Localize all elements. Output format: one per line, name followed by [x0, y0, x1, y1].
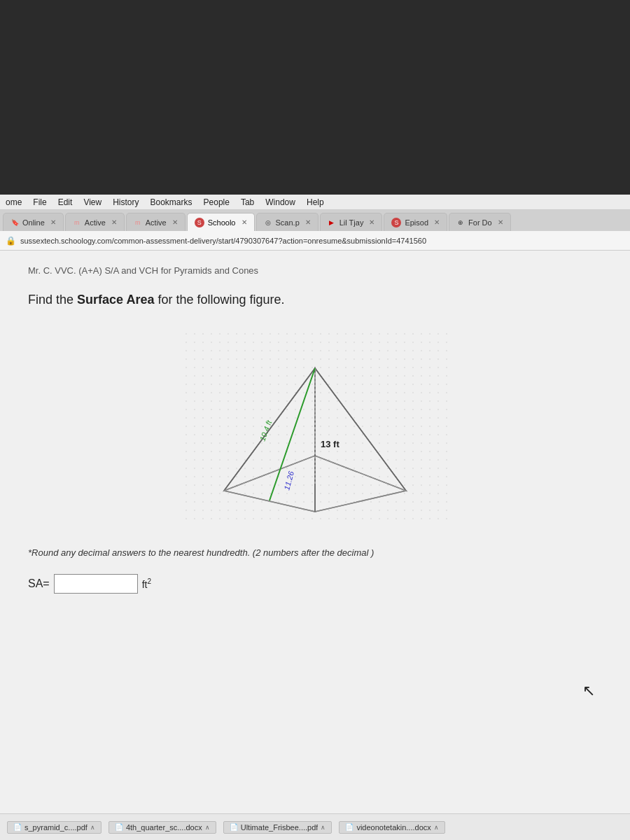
tab-label-scan: Scan.p: [276, 218, 300, 227]
menu-edit[interactable]: Edit: [58, 197, 73, 207]
tab-icon-online: 🔖: [10, 218, 19, 227]
lock-icon: 🔒: [6, 236, 16, 246]
tab-episode[interactable]: S Episod ✕: [384, 213, 447, 231]
tab-bar: 🔖 Online ✕ m Active ✕ m Active ✕ S Schoo…: [0, 210, 630, 231]
pyramid-svg: 10.4 ft 13 ft 11.26: [182, 330, 448, 526]
tab-fordoc[interactable]: ⊕ For Do ✕: [449, 213, 511, 231]
address-url[interactable]: sussextech.schoology.com/common-assessme…: [20, 237, 624, 245]
tab-close-schoology[interactable]: ✕: [241, 218, 247, 226]
docx-icon-1: 📄: [115, 823, 123, 831]
cutoff-text: Mr. C. VVC. (A+A) S/A and VCH for Pyrami…: [28, 265, 602, 277]
menu-home[interactable]: ome: [6, 197, 22, 207]
tab-label-online: Online: [22, 218, 45, 227]
cursor-arrow: ↖: [582, 682, 595, 700]
menu-people[interactable]: People: [204, 197, 230, 207]
address-bar: 🔒 sussextech.schoology.com/common-assess…: [0, 231, 630, 251]
figure-area: 10.4 ft 13 ft 11.26: [28, 330, 602, 526]
taskbar-caret-0[interactable]: ∧: [90, 824, 95, 831]
taskbar: 📄 s_pyramid_c....pdf ∧ 📄 4th_quarter_sc.…: [0, 813, 630, 840]
sa-unit: ft2: [142, 578, 151, 590]
taskbar-item-2[interactable]: 📄 Ultimate_Frisbee....pdf ∧: [223, 821, 332, 834]
tab-label-active1: Active: [85, 218, 106, 227]
tab-close-fordoc[interactable]: ✕: [498, 218, 503, 226]
tab-close-scan[interactable]: ✕: [305, 218, 311, 226]
taskbar-label-3: videonotetakin....docx: [356, 823, 430, 832]
pdf-icon-0: 📄: [13, 823, 22, 831]
taskbar-item-0[interactable]: 📄 s_pyramid_c....pdf ∧: [7, 821, 102, 834]
tab-icon-episode: S: [391, 218, 401, 227]
tab-label-fordoc: For Do: [468, 218, 492, 227]
tab-close-liltjay[interactable]: ✕: [369, 218, 374, 226]
question-text: Find the Surface Area for the following …: [28, 291, 602, 309]
menu-bar: ome File Edit View History Bookmarks Peo…: [0, 195, 630, 210]
tab-close-active1[interactable]: ✕: [111, 218, 117, 226]
menu-tab[interactable]: Tab: [241, 197, 254, 207]
round-note: *Round any decimal answers to the neares…: [28, 547, 602, 559]
tab-online[interactable]: 🔖 Online ✕: [3, 213, 64, 231]
tab-close-active2[interactable]: ✕: [172, 218, 178, 226]
taskbar-caret-1[interactable]: ∧: [205, 824, 210, 831]
tab-schoology[interactable]: S Schoolo ✕: [187, 213, 255, 231]
taskbar-item-1[interactable]: 📄 4th_quarter_sc....docx ∧: [108, 821, 216, 834]
taskbar-item-3[interactable]: 📄 videonotetakin....docx ∧: [339, 821, 444, 834]
taskbar-label-2: Ultimate_Frisbee....pdf: [241, 823, 318, 832]
tab-active-1[interactable]: m Active ✕: [65, 213, 125, 231]
tab-liltjay[interactable]: ▶ Lil Tjay ✕: [320, 213, 383, 231]
sa-label: SA=: [28, 578, 50, 590]
taskbar-caret-2[interactable]: ∧: [321, 824, 326, 831]
sa-row: SA= ft2: [28, 574, 602, 594]
tab-label-active2: Active: [146, 218, 167, 227]
taskbar-caret-3[interactable]: ∧: [434, 824, 439, 831]
menu-view[interactable]: View: [83, 197, 102, 207]
sa-input[interactable]: [54, 574, 138, 594]
taskbar-label-0: s_pyramid_c....pdf: [24, 823, 88, 832]
tab-close-episode[interactable]: ✕: [434, 218, 440, 226]
tab-scan[interactable]: ◎ Scan.p ✕: [256, 213, 318, 231]
tab-icon-active1: m: [73, 218, 81, 227]
menu-window[interactable]: Window: [265, 197, 295, 207]
tab-icon-liltjay: ▶: [328, 218, 336, 227]
tab-icon-fordoc: ⊕: [456, 218, 465, 227]
dim-height-label: 13 ft: [321, 439, 340, 449]
tab-icon-schoology: S: [195, 218, 204, 227]
tab-icon-active2: m: [134, 218, 142, 227]
tab-label-schoology: Schoolo: [208, 218, 236, 227]
tab-close-online[interactable]: ✕: [50, 218, 56, 226]
menu-history[interactable]: History: [113, 197, 139, 207]
menu-help[interactable]: Help: [307, 197, 324, 207]
tab-icon-scan: ◎: [264, 218, 272, 227]
content-area: Mr. C. VVC. (A+A) S/A and VCH for Pyrami…: [0, 251, 630, 840]
tab-active-2[interactable]: m Active ✕: [126, 213, 186, 231]
docx-icon-3: 📄: [345, 823, 354, 831]
page-content: Mr. C. VVC. (A+A) S/A and VCH for Pyrami…: [0, 251, 630, 840]
menu-file[interactable]: File: [33, 197, 46, 207]
taskbar-label-1: 4th_quarter_sc....docx: [126, 823, 202, 832]
tab-label-episode: Episod: [405, 218, 428, 227]
menu-bookmarks[interactable]: Bookmarks: [150, 197, 192, 207]
pdf-icon-2: 📄: [230, 823, 238, 831]
tab-label-liltjay: Lil Tjay: [340, 218, 364, 227]
